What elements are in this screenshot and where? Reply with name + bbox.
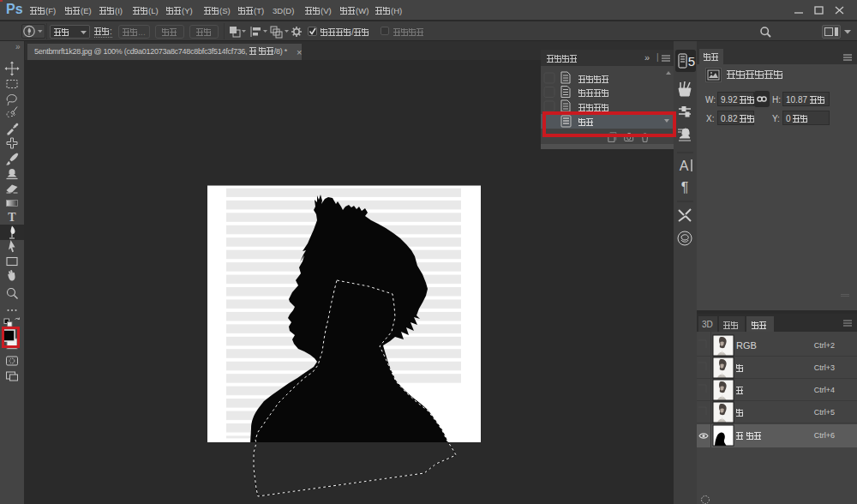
svg-text:5: 5 xyxy=(688,54,695,69)
svg-text:T: T xyxy=(8,211,16,224)
svg-text:¶: ¶ xyxy=(681,180,689,195)
svg-text:A: A xyxy=(680,159,689,173)
